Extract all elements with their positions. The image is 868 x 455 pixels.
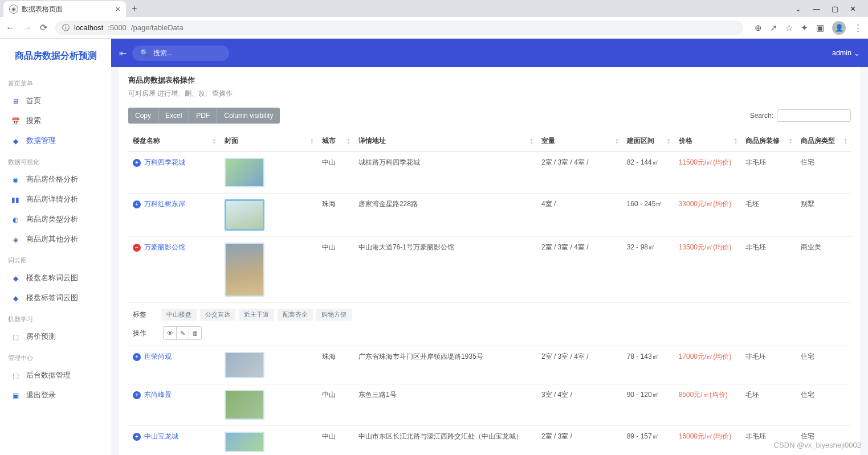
cloud-icon: ◆ bbox=[11, 274, 19, 282]
sidebar-item[interactable]: ◆楼盘名称词云图 bbox=[0, 268, 111, 288]
table-column-header[interactable]: 建面区间▲▼ bbox=[622, 130, 674, 152]
sidebar-section-label: 机器学习 bbox=[0, 311, 111, 327]
globe-icon: ◉ bbox=[9, 5, 18, 14]
property-tag[interactable]: 购物方便 bbox=[316, 309, 352, 321]
forward-button[interactable]: → bbox=[23, 23, 32, 33]
expand-toggle[interactable]: + bbox=[133, 433, 141, 441]
close-window-icon[interactable]: ✕ bbox=[850, 5, 856, 13]
database-icon: ◆ bbox=[11, 137, 19, 145]
reload-button[interactable]: ⟳ bbox=[40, 22, 47, 33]
table-column-header[interactable]: 室量▲▼ bbox=[537, 130, 622, 152]
chart-icon: ◉ bbox=[11, 176, 19, 184]
share-icon[interactable]: ↗ bbox=[770, 23, 777, 33]
sort-icon: ▲▼ bbox=[529, 138, 533, 145]
sort-icon: ▲▼ bbox=[615, 138, 619, 145]
cell-type: 住宅 bbox=[796, 426, 851, 456]
sidebar-item-label: 后台数据管理 bbox=[26, 371, 71, 380]
maximize-icon[interactable]: ▢ bbox=[832, 5, 838, 13]
extensions-icon[interactable]: ✦ bbox=[801, 23, 808, 33]
property-tag[interactable]: 近主干道 bbox=[239, 309, 274, 321]
table-column-header[interactable]: 价格▲▼ bbox=[674, 130, 741, 152]
cell-rooms: 4室 / bbox=[537, 194, 622, 237]
search-input[interactable]: 🔍 搜索... bbox=[132, 46, 229, 61]
expand-toggle[interactable]: + bbox=[133, 200, 141, 208]
cell-rooms: 2室 / 3室 / 4室 / bbox=[537, 152, 622, 194]
property-name-link[interactable]: 东尚峰景 bbox=[144, 391, 172, 399]
expand-toggle[interactable]: + bbox=[133, 353, 141, 361]
property-tag[interactable]: 中山楼盘 bbox=[161, 309, 197, 321]
search-icon: 🔍 bbox=[140, 49, 149, 57]
close-icon[interactable]: × bbox=[116, 5, 120, 14]
table-body: +万科四季花城 中山 城桂路万科四季花城 2室 / 3室 / 4室 / 82 -… bbox=[128, 152, 851, 456]
profile-icon[interactable]: 👤 bbox=[832, 21, 846, 35]
property-name-link[interactable]: 万科红树东岸 bbox=[144, 200, 185, 208]
sidebar-item[interactable]: ◆楼盘标签词云图 bbox=[0, 288, 111, 308]
table-row: +东尚峰景 中山 东鱼三路1号 3室 / 4室 / 90 - 120㎡ 8500… bbox=[128, 384, 851, 426]
table-row: +中山宝龙城 中山 中山市东区长江北路与濠江西路交汇处（中山宝龙城） 2室 / … bbox=[128, 426, 851, 456]
export-button[interactable]: Copy bbox=[128, 108, 158, 124]
export-button[interactable]: Excel bbox=[158, 108, 189, 124]
cell-decoration: 非毛坯 bbox=[741, 346, 796, 384]
sidebar-item[interactable]: ◈商品房其他分析 bbox=[0, 229, 111, 249]
export-buttons: CopyExcelPDFColumn visibility bbox=[128, 108, 280, 124]
export-button[interactable]: Column visibility bbox=[217, 108, 280, 124]
cell-address: 城桂路万科四季花城 bbox=[354, 152, 537, 194]
sidebar-item[interactable]: 📅搜索 bbox=[0, 111, 111, 131]
user-menu[interactable]: admin ⌄ bbox=[832, 49, 860, 58]
sidebar-item[interactable]: ◆数据管理 bbox=[0, 131, 111, 151]
table-column-header[interactable]: 楼盘名称▲▼ bbox=[128, 130, 220, 152]
expand-toggle[interactable]: + bbox=[133, 159, 141, 167]
delete-button[interactable]: 🗑 bbox=[189, 327, 201, 339]
translate-icon[interactable]: ⊕ bbox=[755, 23, 762, 33]
cell-rooms: 2室 / 3室 / bbox=[537, 426, 622, 456]
table-column-header[interactable]: 城市▲▼ bbox=[317, 130, 354, 152]
property-name-link[interactable]: 世荣尚观 bbox=[144, 352, 172, 360]
cell-price: 13500元/㎡(均价) bbox=[674, 237, 741, 303]
table-column-header[interactable]: 封面▲▼ bbox=[220, 130, 317, 152]
table-column-header[interactable]: 商品房装修▲▼ bbox=[741, 130, 796, 152]
property-tag[interactable]: 配套齐全 bbox=[278, 309, 313, 321]
sidebar-item[interactable]: 🖥首页 bbox=[0, 91, 111, 111]
sidebar-section-label: 数据可视化 bbox=[0, 154, 111, 170]
property-tag[interactable]: 公交直达 bbox=[200, 309, 235, 321]
sidebar-item[interactable]: ▮▮商品房详情分析 bbox=[0, 190, 111, 210]
chevron-down-icon[interactable]: ⌄ bbox=[795, 5, 801, 13]
edit-button[interactable]: ✎ bbox=[176, 327, 189, 339]
new-tab-button[interactable]: + bbox=[132, 3, 137, 14]
back-button[interactable]: ← bbox=[6, 23, 15, 33]
expand-toggle[interactable]: + bbox=[133, 391, 141, 399]
sidebar-item-label: 楼盘标签词云图 bbox=[26, 293, 78, 303]
property-name-link[interactable]: 中山宝龙城 bbox=[144, 432, 178, 440]
sidebar-item-label: 首页 bbox=[26, 96, 41, 106]
address-bar: ← → ⟳ ⓘ localhost:5000/page/tableData ⊕ … bbox=[0, 17, 868, 39]
logout-icon: ▣ bbox=[11, 392, 19, 400]
sort-icon: ▲▼ bbox=[213, 138, 217, 145]
table-column-header[interactable]: 商品房类型▲▼ bbox=[796, 130, 851, 152]
url-input[interactable]: ⓘ localhost:5000/page/tableData bbox=[55, 21, 743, 35]
sidebar-item-label: 楼盘名称词云图 bbox=[26, 273, 78, 283]
property-name-link[interactable]: 万豪丽影公馆 bbox=[144, 243, 185, 251]
expand-toggle[interactable]: − bbox=[133, 244, 141, 252]
table-row: +万科红树东岸 珠海 唐家湾金星路228路 4室 / 160 - 245㎡ 33… bbox=[128, 194, 851, 237]
search-input-field[interactable] bbox=[777, 109, 851, 122]
bookmark-icon[interactable]: ☆ bbox=[785, 23, 793, 33]
sidebar-item[interactable]: ◐商品房类型分析 bbox=[0, 210, 111, 229]
view-button[interactable]: 👁 bbox=[164, 327, 176, 339]
table-column-header[interactable]: 详情地址▲▼ bbox=[354, 130, 537, 152]
sidebar-item[interactable]: ⬚房价预测 bbox=[0, 327, 111, 347]
browser-tab[interactable]: ◉ 数据表格页面 × bbox=[3, 1, 126, 17]
cell-type: 别墅 bbox=[796, 194, 851, 237]
minimize-icon[interactable]: — bbox=[813, 5, 820, 13]
sidebar-item-label: 商品房详情分析 bbox=[26, 195, 78, 204]
cell-city: 中山 bbox=[317, 152, 354, 194]
main: ⇤ 🔍 搜索... admin ⌄ 商品房数据表格操作 可对房屋 进行增、删、改… bbox=[111, 39, 868, 455]
collapse-sidebar-button[interactable]: ⇤ bbox=[119, 48, 127, 59]
menu-icon[interactable]: ⋮ bbox=[854, 23, 862, 33]
property-name-link[interactable]: 万科四季花城 bbox=[144, 158, 185, 166]
sidebar-item[interactable]: ◉商品房价格分析 bbox=[0, 170, 111, 190]
sidebar-item[interactable]: ▣退出登录 bbox=[0, 386, 111, 405]
panel-icon[interactable]: ▣ bbox=[816, 23, 824, 33]
sidebar-item[interactable]: ⬚后台数据管理 bbox=[0, 366, 111, 386]
content-area: 商品房数据表格操作 可对房屋 进行增、删、改、查操作 CopyExcelPDFC… bbox=[111, 67, 868, 455]
export-button[interactable]: PDF bbox=[189, 108, 217, 124]
